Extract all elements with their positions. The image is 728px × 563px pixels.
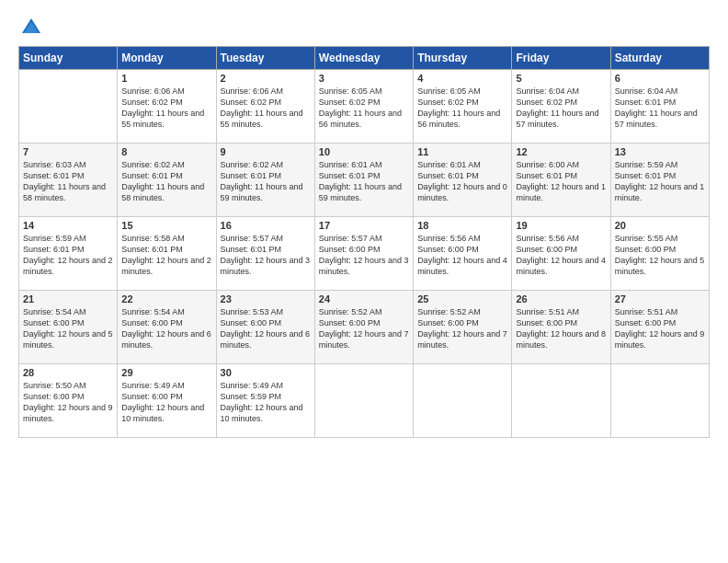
cell-info: Sunrise: 5:54 AMSunset: 6:00 PMDaylight:… <box>23 306 113 351</box>
day-number: 24 <box>319 293 409 304</box>
cell-info: Sunrise: 5:59 AMSunset: 6:01 PMDaylight:… <box>615 159 705 204</box>
cell-info: Sunrise: 5:52 AMSunset: 6:00 PMDaylight:… <box>319 306 409 351</box>
col-wednesday: Wednesday <box>314 47 413 70</box>
col-tuesday: Tuesday <box>216 47 314 70</box>
day-cell: 6Sunrise: 6:04 AMSunset: 6:01 PMDaylight… <box>610 70 709 144</box>
cell-info: Sunrise: 6:05 AMSunset: 6:02 PMDaylight:… <box>417 86 507 131</box>
day-cell: 8Sunrise: 6:02 AMSunset: 6:01 PMDaylight… <box>118 144 216 217</box>
day-number: 5 <box>516 73 606 84</box>
day-number: 12 <box>516 146 606 157</box>
day-cell: 29Sunrise: 5:49 AMSunset: 6:00 PMDayligh… <box>118 364 216 438</box>
day-number: 3 <box>319 73 409 84</box>
cell-info: Sunrise: 6:00 AMSunset: 6:01 PMDaylight:… <box>516 159 606 204</box>
day-cell: 17Sunrise: 5:57 AMSunset: 6:00 PMDayligh… <box>314 217 413 291</box>
cell-info: Sunrise: 5:56 AMSunset: 6:00 PMDaylight:… <box>516 233 606 278</box>
cell-info: Sunrise: 6:04 AMSunset: 6:01 PMDaylight:… <box>615 86 705 131</box>
cell-info: Sunrise: 5:49 AMSunset: 5:59 PMDaylight:… <box>221 380 311 425</box>
day-cell: 2Sunrise: 6:06 AMSunset: 6:02 PMDaylight… <box>216 70 314 144</box>
day-cell: 28Sunrise: 5:50 AMSunset: 6:00 PMDayligh… <box>19 364 118 438</box>
cell-info: Sunrise: 5:53 AMSunset: 6:00 PMDaylight:… <box>221 306 311 351</box>
cell-info: Sunrise: 5:52 AMSunset: 6:00 PMDaylight:… <box>417 306 507 351</box>
day-number: 22 <box>121 293 211 304</box>
day-number: 7 <box>23 146 113 157</box>
day-number: 11 <box>417 146 507 157</box>
day-cell: 7Sunrise: 6:03 AMSunset: 6:01 PMDaylight… <box>19 144 118 217</box>
day-number: 6 <box>615 73 705 84</box>
day-cell: 18Sunrise: 5:56 AMSunset: 6:00 PMDayligh… <box>414 217 512 291</box>
day-cell: 12Sunrise: 6:00 AMSunset: 6:01 PMDayligh… <box>512 144 610 217</box>
cell-info: Sunrise: 5:54 AMSunset: 6:00 PMDaylight:… <box>121 306 211 351</box>
cell-info: Sunrise: 6:05 AMSunset: 6:02 PMDaylight:… <box>319 86 409 131</box>
cell-info: Sunrise: 5:51 AMSunset: 6:00 PMDaylight:… <box>516 306 606 351</box>
cell-info: Sunrise: 5:50 AMSunset: 6:00 PMDaylight:… <box>23 380 113 425</box>
day-number: 29 <box>121 367 211 378</box>
col-thursday: Thursday <box>414 47 512 70</box>
day-cell: 10Sunrise: 6:01 AMSunset: 6:01 PMDayligh… <box>314 144 413 217</box>
day-cell: 22Sunrise: 5:54 AMSunset: 6:00 PMDayligh… <box>118 291 216 364</box>
day-cell <box>19 70 118 144</box>
day-number: 15 <box>121 220 211 231</box>
day-number: 13 <box>615 146 705 157</box>
week-row-0: 1Sunrise: 6:06 AMSunset: 6:02 PMDaylight… <box>19 70 710 144</box>
cell-info: Sunrise: 6:02 AMSunset: 6:01 PMDaylight:… <box>221 159 311 204</box>
day-number: 26 <box>516 293 606 304</box>
day-cell <box>314 364 413 438</box>
week-row-2: 14Sunrise: 5:59 AMSunset: 6:01 PMDayligh… <box>19 217 710 291</box>
day-cell: 11Sunrise: 6:01 AMSunset: 6:01 PMDayligh… <box>414 144 512 217</box>
cell-info: Sunrise: 6:01 AMSunset: 6:01 PMDaylight:… <box>319 159 409 204</box>
cell-info: Sunrise: 5:58 AMSunset: 6:01 PMDaylight:… <box>121 233 211 278</box>
day-cell: 26Sunrise: 5:51 AMSunset: 6:00 PMDayligh… <box>512 291 610 364</box>
cell-info: Sunrise: 5:57 AMSunset: 6:01 PMDaylight:… <box>221 233 311 278</box>
week-row-4: 28Sunrise: 5:50 AMSunset: 6:00 PMDayligh… <box>19 364 710 438</box>
day-number: 28 <box>23 367 113 378</box>
day-number: 2 <box>221 73 311 84</box>
day-number: 8 <box>121 146 211 157</box>
col-saturday: Saturday <box>610 47 709 70</box>
day-cell: 5Sunrise: 6:04 AMSunset: 6:02 PMDaylight… <box>512 70 610 144</box>
day-cell <box>610 364 709 438</box>
col-friday: Friday <box>512 47 610 70</box>
day-number: 18 <box>417 220 507 231</box>
calendar-table: Sunday Monday Tuesday Wednesday Thursday… <box>18 46 710 438</box>
day-number: 30 <box>221 367 311 378</box>
day-cell <box>512 364 610 438</box>
day-cell: 24Sunrise: 5:52 AMSunset: 6:00 PMDayligh… <box>314 291 413 364</box>
cell-info: Sunrise: 5:55 AMSunset: 6:00 PMDaylight:… <box>615 233 705 278</box>
day-number: 17 <box>319 220 409 231</box>
cell-info: Sunrise: 6:03 AMSunset: 6:01 PMDaylight:… <box>23 159 113 204</box>
day-number: 23 <box>221 293 311 304</box>
day-number: 20 <box>615 220 705 231</box>
cell-info: Sunrise: 6:02 AMSunset: 6:01 PMDaylight:… <box>121 159 211 204</box>
cell-info: Sunrise: 6:06 AMSunset: 6:02 PMDaylight:… <box>221 86 311 131</box>
header-row: Sunday Monday Tuesday Wednesday Thursday… <box>19 47 710 70</box>
day-number: 19 <box>516 220 606 231</box>
cell-info: Sunrise: 6:01 AMSunset: 6:01 PMDaylight:… <box>417 159 507 204</box>
day-cell: 19Sunrise: 5:56 AMSunset: 6:00 PMDayligh… <box>512 217 610 291</box>
col-monday: Monday <box>118 47 216 70</box>
calendar-body: 1Sunrise: 6:06 AMSunset: 6:02 PMDaylight… <box>19 70 710 438</box>
day-cell: 25Sunrise: 5:52 AMSunset: 6:00 PMDayligh… <box>414 291 512 364</box>
day-number: 1 <box>121 73 211 84</box>
day-number: 27 <box>615 293 705 304</box>
day-number: 14 <box>23 220 113 231</box>
day-cell: 23Sunrise: 5:53 AMSunset: 6:00 PMDayligh… <box>216 291 314 364</box>
week-row-3: 21Sunrise: 5:54 AMSunset: 6:00 PMDayligh… <box>19 291 710 364</box>
cell-info: Sunrise: 6:04 AMSunset: 6:02 PMDaylight:… <box>516 86 606 131</box>
day-cell: 1Sunrise: 6:06 AMSunset: 6:02 PMDaylight… <box>118 70 216 144</box>
day-cell <box>414 364 512 438</box>
cell-info: Sunrise: 5:57 AMSunset: 6:00 PMDaylight:… <box>319 233 409 278</box>
day-cell: 20Sunrise: 5:55 AMSunset: 6:00 PMDayligh… <box>610 217 709 291</box>
header <box>18 15 710 40</box>
day-cell: 14Sunrise: 5:59 AMSunset: 6:01 PMDayligh… <box>19 217 118 291</box>
page: Sunday Monday Tuesday Wednesday Thursday… <box>0 0 728 563</box>
cell-info: Sunrise: 5:56 AMSunset: 6:00 PMDaylight:… <box>417 233 507 278</box>
day-cell: 27Sunrise: 5:51 AMSunset: 6:00 PMDayligh… <box>610 291 709 364</box>
day-cell: 30Sunrise: 5:49 AMSunset: 5:59 PMDayligh… <box>216 364 314 438</box>
cell-info: Sunrise: 5:59 AMSunset: 6:01 PMDaylight:… <box>23 233 113 278</box>
day-cell: 3Sunrise: 6:05 AMSunset: 6:02 PMDaylight… <box>314 70 413 144</box>
cell-info: Sunrise: 6:06 AMSunset: 6:02 PMDaylight:… <box>121 86 211 131</box>
col-sunday: Sunday <box>19 47 118 70</box>
day-number: 10 <box>319 146 409 157</box>
day-cell: 21Sunrise: 5:54 AMSunset: 6:00 PMDayligh… <box>19 291 118 364</box>
week-row-1: 7Sunrise: 6:03 AMSunset: 6:01 PMDaylight… <box>19 144 710 217</box>
